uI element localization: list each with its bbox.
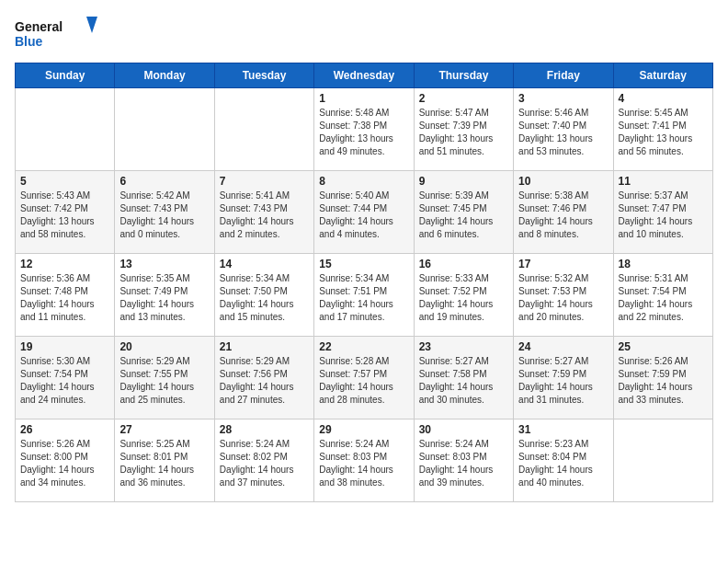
day-number: 24 bbox=[518, 340, 608, 353]
calendar-cell: 30Sunrise: 5:24 AM Sunset: 8:03 PM Dayli… bbox=[414, 419, 513, 502]
logo-svg: General Blue bbox=[15, 15, 97, 52]
cell-info: Sunrise: 5:43 AM Sunset: 7:42 PM Dayligh… bbox=[20, 190, 109, 241]
cell-info: Sunrise: 5:32 AM Sunset: 7:53 PM Dayligh… bbox=[518, 272, 608, 324]
day-number: 25 bbox=[619, 340, 708, 353]
calendar-cell: 12Sunrise: 5:36 AM Sunset: 7:48 PM Dayli… bbox=[16, 254, 115, 337]
cell-info: Sunrise: 5:46 AM Sunset: 7:40 PM Dayligh… bbox=[518, 107, 608, 158]
calendar-cell: 16Sunrise: 5:33 AM Sunset: 7:52 PM Dayli… bbox=[414, 254, 513, 337]
cell-info: Sunrise: 5:31 AM Sunset: 7:54 PM Dayligh… bbox=[619, 272, 708, 324]
cell-info: Sunrise: 5:47 AM Sunset: 7:39 PM Dayligh… bbox=[419, 107, 508, 158]
day-number: 28 bbox=[220, 423, 309, 436]
calendar-week-row: 1Sunrise: 5:48 AM Sunset: 7:38 PM Daylig… bbox=[16, 88, 713, 171]
calendar-table: SundayMondayTuesdayWednesdayThursdayFrid… bbox=[15, 63, 713, 502]
calendar-cell: 18Sunrise: 5:31 AM Sunset: 7:54 PM Dayli… bbox=[613, 254, 712, 337]
cell-info: Sunrise: 5:29 AM Sunset: 7:56 PM Dayligh… bbox=[220, 355, 309, 407]
calendar-cell: 2Sunrise: 5:47 AM Sunset: 7:39 PM Daylig… bbox=[414, 88, 513, 171]
cell-info: Sunrise: 5:36 AM Sunset: 7:48 PM Dayligh… bbox=[20, 272, 109, 324]
weekday-header: Tuesday bbox=[214, 63, 313, 88]
cell-info: Sunrise: 5:35 AM Sunset: 7:49 PM Dayligh… bbox=[119, 272, 209, 324]
cell-info: Sunrise: 5:24 AM Sunset: 8:02 PM Dayligh… bbox=[220, 438, 309, 489]
cell-info: Sunrise: 5:30 AM Sunset: 7:54 PM Dayligh… bbox=[20, 355, 109, 407]
cell-info: Sunrise: 5:48 AM Sunset: 7:38 PM Dayligh… bbox=[319, 107, 408, 158]
cell-info: Sunrise: 5:26 AM Sunset: 8:00 PM Dayligh… bbox=[20, 438, 109, 489]
calendar-cell: 23Sunrise: 5:27 AM Sunset: 7:58 PM Dayli… bbox=[414, 337, 513, 419]
calendar-cell bbox=[214, 88, 313, 171]
day-number: 19 bbox=[20, 340, 109, 353]
svg-text:General: General bbox=[15, 19, 63, 34]
calendar-cell: 15Sunrise: 5:34 AM Sunset: 7:51 PM Dayli… bbox=[314, 254, 414, 337]
calendar-cell bbox=[115, 88, 214, 171]
day-number: 30 bbox=[419, 423, 508, 436]
calendar-cell: 31Sunrise: 5:23 AM Sunset: 8:04 PM Dayli… bbox=[514, 419, 613, 502]
day-number: 31 bbox=[518, 423, 608, 436]
day-number: 9 bbox=[419, 175, 508, 188]
cell-info: Sunrise: 5:39 AM Sunset: 7:45 PM Dayligh… bbox=[419, 190, 508, 241]
day-number: 7 bbox=[220, 175, 309, 188]
calendar-cell: 9Sunrise: 5:39 AM Sunset: 7:45 PM Daylig… bbox=[414, 171, 513, 254]
day-number: 5 bbox=[20, 175, 109, 188]
day-number: 3 bbox=[518, 92, 608, 105]
cell-info: Sunrise: 5:45 AM Sunset: 7:41 PM Dayligh… bbox=[619, 107, 708, 158]
cell-info: Sunrise: 5:40 AM Sunset: 7:44 PM Dayligh… bbox=[319, 190, 408, 241]
weekday-header-row: SundayMondayTuesdayWednesdayThursdayFrid… bbox=[16, 63, 713, 88]
cell-info: Sunrise: 5:38 AM Sunset: 7:46 PM Dayligh… bbox=[518, 190, 608, 241]
cell-info: Sunrise: 5:42 AM Sunset: 7:43 PM Dayligh… bbox=[119, 190, 209, 241]
svg-text:Blue: Blue bbox=[15, 34, 43, 49]
calendar-week-row: 26Sunrise: 5:26 AM Sunset: 8:00 PM Dayli… bbox=[16, 419, 713, 502]
calendar-cell bbox=[16, 88, 115, 171]
day-number: 21 bbox=[220, 340, 309, 353]
weekday-header: Sunday bbox=[16, 63, 115, 88]
day-number: 20 bbox=[119, 340, 209, 353]
calendar-cell: 22Sunrise: 5:28 AM Sunset: 7:57 PM Dayli… bbox=[314, 337, 414, 419]
day-number: 1 bbox=[319, 92, 408, 105]
weekday-header: Wednesday bbox=[314, 63, 414, 88]
day-number: 11 bbox=[619, 175, 708, 188]
calendar-cell: 5Sunrise: 5:43 AM Sunset: 7:42 PM Daylig… bbox=[16, 171, 115, 254]
calendar-cell: 7Sunrise: 5:41 AM Sunset: 7:43 PM Daylig… bbox=[214, 171, 313, 254]
day-number: 15 bbox=[319, 258, 408, 270]
page-header: General Blue bbox=[15, 15, 713, 52]
day-number: 4 bbox=[619, 92, 708, 105]
day-number: 29 bbox=[319, 423, 408, 436]
cell-info: Sunrise: 5:24 AM Sunset: 8:03 PM Dayligh… bbox=[419, 438, 508, 489]
calendar-cell: 21Sunrise: 5:29 AM Sunset: 7:56 PM Dayli… bbox=[214, 337, 313, 419]
cell-info: Sunrise: 5:33 AM Sunset: 7:52 PM Dayligh… bbox=[419, 272, 508, 324]
calendar-cell: 13Sunrise: 5:35 AM Sunset: 7:49 PM Dayli… bbox=[115, 254, 214, 337]
calendar-cell: 26Sunrise: 5:26 AM Sunset: 8:00 PM Dayli… bbox=[16, 419, 115, 502]
calendar-cell: 8Sunrise: 5:40 AM Sunset: 7:44 PM Daylig… bbox=[314, 171, 414, 254]
calendar-week-row: 12Sunrise: 5:36 AM Sunset: 7:48 PM Dayli… bbox=[16, 254, 713, 337]
calendar-week-row: 19Sunrise: 5:30 AM Sunset: 7:54 PM Dayli… bbox=[16, 337, 713, 419]
calendar-cell: 4Sunrise: 5:45 AM Sunset: 7:41 PM Daylig… bbox=[613, 88, 712, 171]
cell-info: Sunrise: 5:26 AM Sunset: 7:59 PM Dayligh… bbox=[619, 355, 708, 407]
day-number: 12 bbox=[20, 258, 109, 270]
day-number: 17 bbox=[518, 258, 608, 270]
day-number: 22 bbox=[319, 340, 408, 353]
day-number: 2 bbox=[419, 92, 508, 105]
cell-info: Sunrise: 5:24 AM Sunset: 8:03 PM Dayligh… bbox=[319, 438, 408, 489]
cell-info: Sunrise: 5:25 AM Sunset: 8:01 PM Dayligh… bbox=[119, 438, 209, 489]
calendar-cell: 17Sunrise: 5:32 AM Sunset: 7:53 PM Dayli… bbox=[514, 254, 613, 337]
calendar-cell: 25Sunrise: 5:26 AM Sunset: 7:59 PM Dayli… bbox=[613, 337, 712, 419]
calendar-cell: 27Sunrise: 5:25 AM Sunset: 8:01 PM Dayli… bbox=[115, 419, 214, 502]
weekday-header: Saturday bbox=[613, 63, 712, 88]
cell-info: Sunrise: 5:41 AM Sunset: 7:43 PM Dayligh… bbox=[220, 190, 309, 241]
cell-info: Sunrise: 5:34 AM Sunset: 7:50 PM Dayligh… bbox=[220, 272, 309, 324]
day-number: 26 bbox=[20, 423, 109, 436]
svg-marker-2 bbox=[86, 17, 97, 33]
calendar-cell: 11Sunrise: 5:37 AM Sunset: 7:47 PM Dayli… bbox=[613, 171, 712, 254]
day-number: 13 bbox=[119, 258, 209, 270]
day-number: 18 bbox=[619, 258, 708, 270]
calendar-cell bbox=[613, 419, 712, 502]
day-number: 8 bbox=[319, 175, 408, 188]
cell-info: Sunrise: 5:27 AM Sunset: 7:58 PM Dayligh… bbox=[419, 355, 508, 407]
day-number: 10 bbox=[518, 175, 608, 188]
weekday-header: Friday bbox=[514, 63, 613, 88]
calendar-cell: 3Sunrise: 5:46 AM Sunset: 7:40 PM Daylig… bbox=[514, 88, 613, 171]
calendar-cell: 28Sunrise: 5:24 AM Sunset: 8:02 PM Dayli… bbox=[214, 419, 313, 502]
day-number: 27 bbox=[119, 423, 209, 436]
cell-info: Sunrise: 5:34 AM Sunset: 7:51 PM Dayligh… bbox=[319, 272, 408, 324]
calendar-cell: 24Sunrise: 5:27 AM Sunset: 7:59 PM Dayli… bbox=[514, 337, 613, 419]
cell-info: Sunrise: 5:28 AM Sunset: 7:57 PM Dayligh… bbox=[319, 355, 408, 407]
logo: General Blue bbox=[15, 15, 97, 52]
calendar-cell: 29Sunrise: 5:24 AM Sunset: 8:03 PM Dayli… bbox=[314, 419, 414, 502]
